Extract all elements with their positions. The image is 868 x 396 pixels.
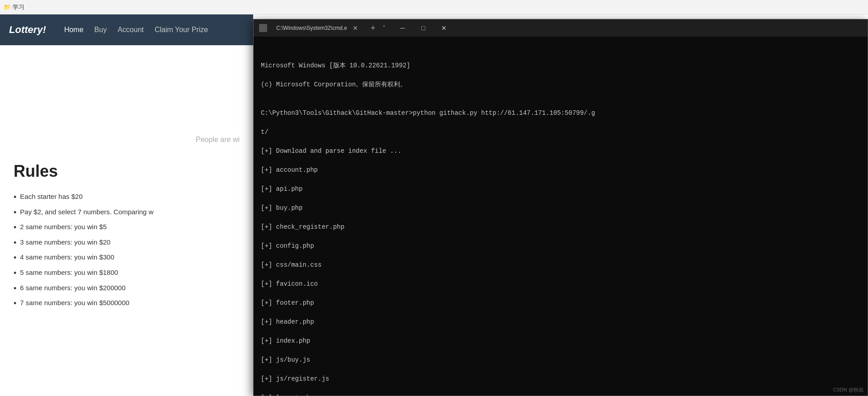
cmd-line: [+] check_register.php — [261, 222, 860, 232]
people-winning-text: People are wi — [14, 136, 240, 144]
cmd-line: [+] logout.php — [261, 393, 860, 396]
rule-item-8: 7 same numbers: you win $5000000 — [14, 296, 240, 311]
nav-claim[interactable]: Claim Your Prize — [155, 26, 208, 34]
cmd-tab-title: C:\Windows\System32\cmd.e — [276, 25, 347, 31]
cmd-tab[interactable]: C:\Windows\System32\cmd.e ✕ — [271, 24, 366, 33]
cmd-line: [+] js/register.js — [261, 374, 860, 384]
cmd-close-button[interactable]: ✕ — [434, 19, 454, 37]
cmd-tab-close[interactable]: ✕ — [350, 24, 361, 32]
rule-item-5: 4 same numbers: you win $300 — [14, 250, 240, 266]
cmd-line: C:\Python3\Tools\Githack\GitHack-master>… — [261, 108, 860, 118]
taskbar-folder: 📁 学习 — [4, 3, 24, 11]
cmd-line: [+] api.php — [261, 184, 860, 194]
cmd-line: t/ — [261, 127, 860, 137]
nav-buy[interactable]: Buy — [94, 26, 107, 34]
rule-item-7: 6 same numbers: you win $200000 — [14, 281, 240, 297]
rules-title: Rules — [14, 162, 240, 181]
rules-list: Each starter has $20 Pay $2, and select … — [14, 190, 240, 311]
rule-item-6: 5 same numbers: you win $1800 — [14, 266, 240, 281]
cmd-line: [+] footer.php — [261, 298, 860, 308]
cmd-line: [+] buy.php — [261, 203, 860, 213]
cmd-tab-bar: C:\Windows\System32\cmd.e ✕ + ˅ — [271, 24, 388, 33]
nav-home[interactable]: Home — [64, 26, 84, 34]
cmd-titlebar: C:\Windows\System32\cmd.e ✕ + ˅ ─ □ ✕ — [254, 19, 868, 37]
rule-item-2: Pay $2, and select 7 numbers. Comparing … — [14, 205, 240, 221]
lottery-navbar: Lottery! Home Buy Account Claim Your Pri… — [0, 14, 253, 45]
cmd-win-controls: ─ □ ✕ — [392, 19, 454, 37]
cmd-output: Microsoft Windows [版本 10.0.22621.1992](c… — [254, 37, 868, 396]
cmd-line: [+] account.php — [261, 165, 860, 175]
cmd-dropdown[interactable]: ˅ — [380, 24, 388, 32]
cmd-icon — [259, 24, 267, 32]
rule-item-3: 2 same numbers: you win $5 — [14, 220, 240, 236]
cmd-maximize-button[interactable]: □ — [413, 19, 434, 37]
cmd-line: [+] css/main.css — [261, 260, 860, 270]
cmd-line: (c) Microsoft Corporation。保留所有权利。 — [261, 80, 860, 90]
taskbar-folder-label: 学习 — [13, 3, 24, 11]
rule-item-1: Each starter has $20 — [14, 190, 240, 205]
cmd-line: Microsoft Windows [版本 10.0.22621.1992] — [261, 61, 860, 71]
rule-item-4: 3 same numbers: you win $20 — [14, 236, 240, 251]
cmd-line: [+] header.php — [261, 317, 860, 327]
lottery-brand[interactable]: Lottery! — [9, 24, 46, 36]
lottery-body: People are wi Rules Each starter has $20… — [0, 45, 253, 321]
cmd-line: [+] favicon.ico — [261, 279, 860, 289]
cmd-line: [+] index.php — [261, 336, 860, 346]
cmd-minimize-button[interactable]: ─ — [392, 19, 413, 37]
nav-account[interactable]: Account — [118, 26, 144, 34]
csdn-watermark: CSDN @秋说 — [833, 387, 863, 393]
cmd-line: [+] js/buy.js — [261, 355, 860, 365]
folder-icon: 📁 — [4, 4, 11, 10]
cmd-window: C:\Windows\System32\cmd.e ✕ + ˅ ─ □ ✕ Mi… — [253, 19, 868, 396]
lottery-website: Lottery! Home Buy Account Claim Your Pri… — [0, 14, 253, 396]
taskbar: 📁 学习 — [0, 0, 868, 14]
cmd-new-tab[interactable]: + — [368, 24, 378, 33]
cmd-line: [+] Download and parse index file ... — [261, 146, 860, 156]
cmd-line: [+] config.php — [261, 241, 860, 251]
